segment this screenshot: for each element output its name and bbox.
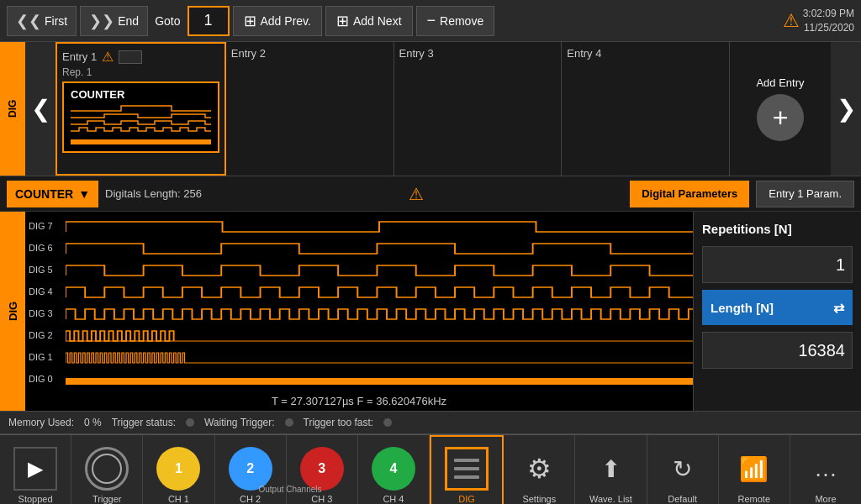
remote-button[interactable]: 📶 Remote xyxy=(719,435,790,504)
repetitions-value[interactable]: 1 xyxy=(702,246,853,283)
svg-rect-0 xyxy=(71,139,211,144)
repetitions-title: Repetitions [N] xyxy=(702,222,853,236)
dig5-label: DIG 5 xyxy=(29,265,66,275)
ch4-circle: 4 xyxy=(372,447,415,491)
entry-3-header: Entry 3 xyxy=(399,47,557,60)
entry-1-label: Entry 1 xyxy=(62,50,97,63)
settings-label: Settings xyxy=(522,494,556,504)
ch3-button[interactable]: 3 CH 3 xyxy=(287,435,358,504)
waveform-footer: T = 27.307127µs F = 36.620476kHz xyxy=(25,393,693,411)
counter-toolbar: COUNTER ▼ Digitals Length: 256 ⚠ Digital… xyxy=(0,176,861,212)
ch2-circle: 2 xyxy=(229,447,272,491)
bottom-toolbar: ▶ Stopped Trigger 1 CH 1 Output Channels… xyxy=(0,434,861,504)
dig-line-1 xyxy=(454,459,479,462)
entry-3-col[interactable]: Entry 3 xyxy=(394,42,563,176)
default-button[interactable]: ↻ Default xyxy=(647,435,719,504)
entries-nav-right[interactable]: ❯ xyxy=(831,42,861,176)
ch4-button[interactable]: 4 CH 4 xyxy=(358,435,430,504)
trigger-too-fast-label: Trigger too fast: xyxy=(304,417,374,428)
default-label: Default xyxy=(668,494,697,504)
ch3-circle: 3 xyxy=(300,447,344,491)
memory-used-label: Memory Used: xyxy=(8,417,74,428)
goto-input[interactable] xyxy=(188,6,230,36)
trigger-button[interactable]: Trigger xyxy=(71,435,143,504)
wave-list-button[interactable]: ⬆ Wave. List xyxy=(575,435,647,504)
more-icon: … xyxy=(804,447,848,491)
remove-button[interactable]: − Remove xyxy=(416,6,495,36)
ch3-icon: 3 xyxy=(300,447,344,491)
trigger-status-dot xyxy=(186,418,194,427)
settings-button[interactable]: ⚙ Settings xyxy=(504,435,575,504)
dig0-row: DIG 0 xyxy=(25,368,693,390)
dig0-wave xyxy=(66,371,693,386)
length-label: Length [N] xyxy=(710,301,774,315)
entries-nav-left[interactable]: ❮ xyxy=(25,42,55,176)
remove-label: Remove xyxy=(440,14,483,28)
remove-icon: − xyxy=(427,12,436,29)
add-prev-button[interactable]: ⊞ Add Prev. xyxy=(233,6,322,36)
add-entry-button[interactable]: + xyxy=(757,94,804,141)
top-bar: ❮❮ First ❯❯ End Goto ⊞ Add Prev. ⊞ Add N… xyxy=(0,0,861,42)
record-btn-shape xyxy=(85,447,129,491)
ch1-icon: 1 xyxy=(156,447,200,491)
end-button[interactable]: ❯❯ End xyxy=(80,6,148,36)
dig7-wave xyxy=(66,218,693,234)
dig4-row: DIG 4 xyxy=(25,281,693,302)
dig-button[interactable]: DIG xyxy=(430,435,504,504)
transfer-icon: ⇄ xyxy=(833,300,844,316)
counter-widget[interactable]: COUNTER xyxy=(62,81,219,153)
dig3-row: DIG 3 xyxy=(25,302,693,324)
entry-1-warning: ⚠ xyxy=(102,49,114,65)
dig0-label: DIG 0 xyxy=(29,374,66,384)
counter-wave-preview xyxy=(71,104,211,146)
dig2-row: DIG 2 xyxy=(25,324,693,346)
ch1-button[interactable]: 1 CH 1 Output Channels xyxy=(143,435,214,504)
ch2-button[interactable]: 2 CH 2 xyxy=(215,435,287,504)
add-next-icon: ⊞ xyxy=(336,12,349,30)
dig7-row: DIG 7 xyxy=(25,215,693,237)
dig7-label: DIG 7 xyxy=(29,221,66,231)
dig-btn-shape xyxy=(445,447,489,491)
record-inner xyxy=(92,454,122,484)
more-label: More xyxy=(815,494,836,504)
entry-1-rep: Rep. 1 xyxy=(62,66,219,78)
dig1-wave xyxy=(66,349,693,365)
entries-dig-label: DIG xyxy=(0,42,25,176)
entry-param-label: Entry 1 Param. xyxy=(769,187,842,200)
add-entry-col[interactable]: Add Entry + xyxy=(730,42,831,176)
dig2-wave xyxy=(66,328,693,343)
entry-2-header: Entry 2 xyxy=(231,47,388,60)
add-next-button[interactable]: ⊞ Add Next xyxy=(325,6,413,36)
stopped-label: Stopped xyxy=(18,494,53,504)
ch1-label: CH 1 xyxy=(168,494,189,504)
length-value[interactable]: 16384 xyxy=(702,332,853,369)
dig4-label: DIG 4 xyxy=(29,286,66,297)
remote-ctrl-icon: 📶 xyxy=(739,455,769,483)
entries-columns: Entry 1 ⚠ Rep. 1 COUNTER xyxy=(55,42,831,176)
svg-rect-1 xyxy=(66,331,693,341)
dig4-wave xyxy=(66,284,693,299)
entry-4-header: Entry 4 xyxy=(567,47,724,60)
entry-1-col[interactable]: Entry 1 ⚠ Rep. 1 COUNTER xyxy=(55,42,226,176)
ch3-label: CH 3 xyxy=(311,494,332,504)
waveform-channels: DIG 7 DIG 6 DIG 5 xyxy=(25,212,693,393)
counter-widget-label: COUNTER xyxy=(71,88,211,101)
counter-dropdown[interactable]: COUNTER ▼ xyxy=(7,181,98,207)
dig5-row: DIG 5 xyxy=(25,259,693,281)
first-button[interactable]: ❮❮ First xyxy=(7,6,77,36)
dig5-wave xyxy=(66,262,693,277)
length-button[interactable]: Length [N] ⇄ xyxy=(702,290,853,325)
play-icon: ▶ xyxy=(13,447,57,491)
dig-side-label: DIG xyxy=(0,212,25,411)
more-button[interactable]: … More xyxy=(790,435,861,504)
entry-4-col[interactable]: Entry 4 xyxy=(562,42,730,176)
entry-1-header: Entry 1 ⚠ xyxy=(62,49,219,65)
entry-param-button[interactable]: Entry 1 Param. xyxy=(756,181,854,207)
refresh-icon: ↻ xyxy=(673,455,692,483)
digital-params-button[interactable]: Digital Parameters xyxy=(630,181,749,207)
dig6-label: DIG 6 xyxy=(29,243,66,253)
play-button[interactable]: ▶ Stopped xyxy=(0,435,71,504)
ch2-icon: 2 xyxy=(229,447,272,491)
entry-2-label: Entry 2 xyxy=(231,47,266,60)
entry-2-col[interactable]: Entry 2 xyxy=(226,42,394,176)
